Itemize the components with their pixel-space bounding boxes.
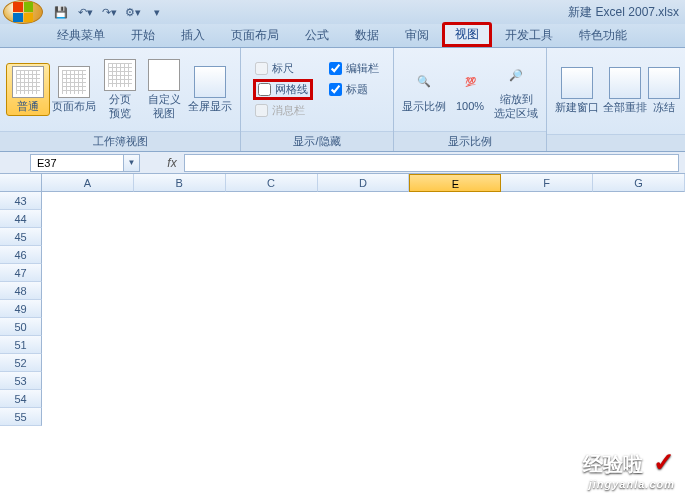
row-header[interactable]: 51 xyxy=(0,336,42,354)
zoom-label: 显示比例 xyxy=(402,100,446,113)
row-cells[interactable] xyxy=(42,318,685,336)
undo-icon[interactable]: ↶▾ xyxy=(75,3,95,21)
row-cells[interactable] xyxy=(42,246,685,264)
row-header[interactable]: 53 xyxy=(0,372,42,390)
row-cells[interactable] xyxy=(42,390,685,408)
tab-view[interactable]: 视图 xyxy=(442,22,492,47)
row-header[interactable]: 45 xyxy=(0,228,42,246)
row-header[interactable]: 49 xyxy=(0,300,42,318)
row-cells[interactable] xyxy=(42,408,685,426)
row-header[interactable]: 50 xyxy=(0,318,42,336)
name-box-dropdown[interactable]: ▼ xyxy=(124,154,140,172)
page-layout-button[interactable]: 页面布局 xyxy=(50,64,98,115)
row-cells[interactable] xyxy=(42,228,685,246)
zoom-icon: 🔍 xyxy=(408,66,440,98)
save-icon[interactable]: 💾 xyxy=(51,3,71,21)
freeze-panes-label: 冻结 xyxy=(653,101,675,114)
new-window-icon xyxy=(561,67,593,99)
col-header[interactable]: G xyxy=(593,174,685,192)
row-header[interactable]: 55 xyxy=(0,408,42,426)
row-cells[interactable] xyxy=(42,282,685,300)
page-break-button[interactable]: 分页 预览 xyxy=(98,57,142,121)
row-header[interactable]: 44 xyxy=(0,210,42,228)
watermark: 经验啦 ✓ jingyanla.com xyxy=(583,447,675,490)
ruler-check-input xyxy=(255,62,268,75)
headings-check-input[interactable] xyxy=(329,83,342,96)
tab-special[interactable]: 特色功能 xyxy=(566,23,640,47)
normal-view-icon xyxy=(12,66,44,98)
select-all-corner[interactable] xyxy=(0,174,42,192)
office-button[interactable] xyxy=(3,0,43,24)
tab-developer[interactable]: 开发工具 xyxy=(492,23,566,47)
tab-formula[interactable]: 公式 xyxy=(292,23,342,47)
custom-views-button[interactable]: 自定义 视图 xyxy=(142,57,186,121)
table-row: 46 xyxy=(0,246,685,264)
messagebar-checkbox[interactable]: 消息栏 xyxy=(255,103,311,118)
qat-dropdown-icon[interactable]: ▾ xyxy=(147,3,167,21)
tab-page-layout[interactable]: 页面布局 xyxy=(218,23,292,47)
group-show-hide-title: 显示/隐藏 xyxy=(241,131,393,151)
new-window-button[interactable]: 新建窗口 xyxy=(553,65,601,116)
formulabar-checkbox[interactable]: 编辑栏 xyxy=(329,61,379,76)
table-row: 52 xyxy=(0,354,685,372)
row-header[interactable]: 46 xyxy=(0,246,42,264)
row-cells[interactable] xyxy=(42,354,685,372)
row-header[interactable]: 52 xyxy=(0,354,42,372)
row-header[interactable]: 43 xyxy=(0,192,42,210)
tab-insert[interactable]: 插入 xyxy=(168,23,218,47)
col-header-selected[interactable]: E xyxy=(409,174,501,192)
formula-input[interactable] xyxy=(184,154,679,172)
row-cells[interactable] xyxy=(42,300,685,318)
row-cells[interactable] xyxy=(42,264,685,282)
group-window-title xyxy=(547,134,685,151)
fullscreen-button[interactable]: 全屏显示 xyxy=(186,64,234,115)
page-break-icon xyxy=(104,59,136,91)
tab-review[interactable]: 审阅 xyxy=(392,23,442,47)
table-row: 55 xyxy=(0,408,685,426)
messagebar-label: 消息栏 xyxy=(272,103,305,118)
table-row: 49 xyxy=(0,300,685,318)
row-header[interactable]: 47 xyxy=(0,264,42,282)
gridlines-check-input[interactable] xyxy=(258,83,271,96)
tab-data[interactable]: 数据 xyxy=(342,23,392,47)
page-layout-label: 页面布局 xyxy=(52,100,96,113)
table-row: 45 xyxy=(0,228,685,246)
zoom-100-button[interactable]: 💯 100% xyxy=(448,64,492,115)
table-row: 47 xyxy=(0,264,685,282)
gridlines-checkbox[interactable]: 网格线 xyxy=(258,82,308,97)
name-box[interactable]: E37 xyxy=(30,154,124,172)
fullscreen-icon xyxy=(194,66,226,98)
arrange-all-button[interactable]: 全部重排 xyxy=(601,65,649,116)
freeze-panes-button[interactable]: 冻结 xyxy=(649,65,679,116)
formulabar-check-input[interactable] xyxy=(329,62,342,75)
formula-bar: E37 ▼ fx xyxy=(0,152,685,174)
tab-home[interactable]: 开始 xyxy=(118,23,168,47)
col-header[interactable]: D xyxy=(318,174,410,192)
group-show-hide: 标尺 网格线 消息栏 xyxy=(241,48,394,151)
zoom-button[interactable]: 🔍 显示比例 xyxy=(400,64,448,115)
freeze-panes-icon xyxy=(648,67,680,99)
col-header[interactable]: C xyxy=(226,174,318,192)
fx-icon[interactable]: fx xyxy=(160,156,184,170)
ribbon: 普通 页面布局 分页 预览 自定义 视图 全屏显示 工作簿视图 xyxy=(0,48,685,152)
fullscreen-label: 全屏显示 xyxy=(188,100,232,113)
group-zoom: 🔍 显示比例 💯 100% 🔎 缩放到 选定区域 显示比例 xyxy=(394,48,547,151)
row-header[interactable]: 54 xyxy=(0,390,42,408)
zoom-selection-label: 缩放到 选定区域 xyxy=(494,93,538,119)
row-cells[interactable] xyxy=(42,336,685,354)
row-cells[interactable] xyxy=(42,192,685,210)
redo-icon[interactable]: ↷▾ xyxy=(99,3,119,21)
col-header[interactable]: F xyxy=(501,174,593,192)
row-header[interactable]: 48 xyxy=(0,282,42,300)
row-cells[interactable] xyxy=(42,372,685,390)
row-cells[interactable] xyxy=(42,210,685,228)
headings-checkbox[interactable]: 标题 xyxy=(329,82,379,97)
col-header[interactable]: B xyxy=(134,174,226,192)
zoom-selection-button[interactable]: 🔎 缩放到 选定区域 xyxy=(492,57,540,121)
ruler-checkbox[interactable]: 标尺 xyxy=(255,61,311,76)
title-bar: 💾 ↶▾ ↷▾ ⚙▾ ▾ 新建 Excel 2007.xlsx xyxy=(0,0,685,24)
qat-custom-icon[interactable]: ⚙▾ xyxy=(123,3,143,21)
tab-classic-menu[interactable]: 经典菜单 xyxy=(44,23,118,47)
normal-view-button[interactable]: 普通 xyxy=(6,63,50,116)
col-header[interactable]: A xyxy=(42,174,134,192)
